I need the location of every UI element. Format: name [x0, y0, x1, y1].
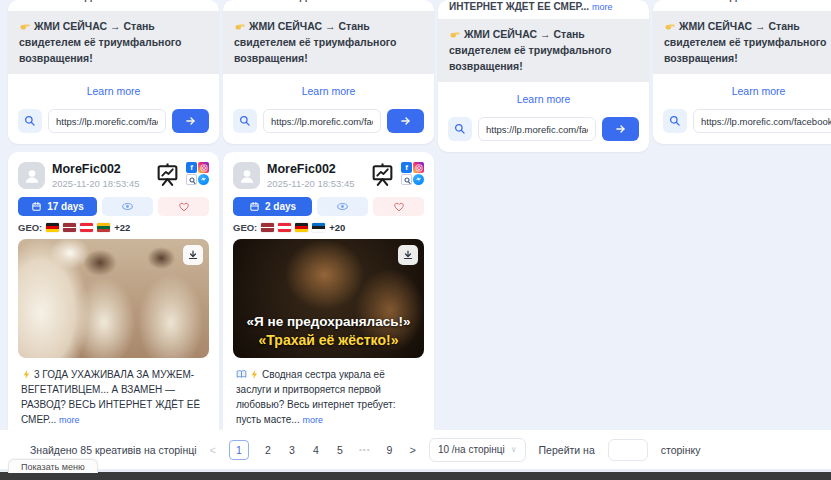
open-url-button[interactable]	[602, 117, 639, 141]
pagination-bar: Знайдено 85 креативів на сторінці < 1234…	[0, 430, 831, 469]
search-button[interactable]	[448, 117, 472, 141]
highlight-text: ЖМИ СЕЙЧАС → Стань свидетелем её триумфа…	[8, 11, 219, 74]
card-header: MoreFic002 2025-11-20 18:53:45 f	[8, 152, 219, 194]
clipped-body-text: ИНТЕРНЕТ ЖДЁТ ЕЁ СМЕР...	[8, 0, 219, 11]
page-size-select[interactable]: 10 /на сторінці∨	[429, 438, 526, 462]
image-download-button[interactable]	[183, 245, 203, 265]
learn-more-link[interactable]: Learn more	[223, 74, 434, 109]
creative-image[interactable]	[18, 239, 209, 358]
landing-url-input[interactable]	[478, 117, 596, 141]
person-icon	[237, 166, 257, 186]
arrow-right-icon	[614, 122, 628, 136]
creative-card-partial: ИНТЕРНЕТ ЖДЁТ ЕЁ СМЕР... more ЖМИ СЕЙЧАС…	[438, 0, 649, 152]
creative-timestamp: 2025-11-20 18:53:45	[267, 178, 370, 189]
page-button-3[interactable]: 3	[287, 444, 297, 456]
column-4: ИНТЕРНЕТ ЖДЁТ ЕЁ СМЕР... ЖМИ СЕЙЧАС → Ст…	[653, 0, 831, 480]
page-numbers: 12345•••9	[229, 440, 394, 460]
creative-body-text: ИНТЕРНЕТ ЖДЁТ ЕЁ СМЕР... more	[438, 1, 649, 19]
landing-url-input[interactable]	[693, 109, 831, 133]
more-link[interactable]: more	[302, 415, 323, 425]
page-button-9[interactable]: 9	[384, 444, 394, 456]
url-row	[438, 117, 649, 152]
facebook-icon: f	[186, 162, 197, 173]
heart-icon	[178, 201, 190, 213]
audience-network-icon	[186, 174, 197, 185]
flag-latvia-icon	[261, 223, 274, 232]
profile-name: MoreFic002	[52, 162, 155, 176]
eye-icon	[121, 200, 134, 213]
creative-card-partial: ИНТЕРНЕТ ЖДЁТ ЕЁ СМЕР... ЖМИ СЕЙЧАС → Ст…	[223, 0, 434, 144]
geo-more-count[interactable]: +22	[114, 222, 130, 233]
show-menu-button[interactable]: Показать меню	[8, 459, 98, 473]
lightning-icon	[249, 369, 260, 380]
geo-label: GEO:	[18, 222, 42, 233]
clipped-body-text: ИНТЕРНЕТ ЖДЁТ ЕЁ СМЕР...	[223, 0, 434, 11]
url-row	[223, 109, 434, 144]
page-button-1[interactable]: 1	[229, 440, 249, 460]
avatar	[233, 162, 260, 189]
landing-url-input[interactable]	[263, 109, 381, 133]
learn-more-link[interactable]: Learn more	[653, 74, 831, 109]
geo-flags	[46, 223, 110, 232]
days-active-button[interactable]: 17 days	[18, 197, 97, 216]
more-link[interactable]: more	[592, 2, 613, 12]
instagram-icon	[198, 162, 209, 173]
open-url-button[interactable]	[387, 109, 424, 133]
pointing-finger-icon	[19, 20, 31, 32]
flag-austria-icon	[80, 223, 93, 232]
eye-icon	[336, 200, 349, 213]
heart-icon	[393, 201, 405, 213]
search-button[interactable]	[663, 109, 687, 133]
instagram-icon	[413, 162, 424, 173]
creatives-grid: ИНТЕРНЕТ ЖДЁТ ЕЁ СМЕР... ЖМИ СЕЙЧАС → Ст…	[8, 0, 831, 480]
presentation-screen-icon[interactable]	[155, 162, 180, 187]
url-row	[8, 109, 219, 144]
next-page-button[interactable]: >	[409, 444, 415, 456]
prev-page-button[interactable]: <	[210, 444, 216, 456]
views-button[interactable]	[102, 197, 153, 216]
pointing-finger-icon	[664, 20, 676, 32]
search-button[interactable]	[18, 109, 42, 133]
learn-more-link[interactable]: Learn more	[438, 82, 649, 117]
page-button-4[interactable]: 4	[311, 444, 321, 456]
lightning-icon	[21, 369, 32, 380]
page-button-5[interactable]: 5	[335, 444, 345, 456]
favorite-button[interactable]	[373, 197, 424, 216]
flag-latvia-icon	[63, 223, 76, 232]
highlight-text: ЖМИ СЕЙЧАС → Стань свидетелем её триумфа…	[223, 11, 434, 74]
page-button-2[interactable]: 2	[263, 444, 273, 456]
flag-estonia-icon	[312, 223, 325, 232]
presentation-screen-icon[interactable]	[370, 162, 395, 187]
views-button[interactable]	[317, 197, 368, 216]
geo-label: GEO:	[233, 222, 257, 233]
highlight-text: ЖМИ СЕЙЧАС → Стань свидетелем её триумфа…	[653, 11, 831, 74]
landing-url-input[interactable]	[48, 109, 166, 133]
search-icon	[238, 114, 252, 128]
url-row	[653, 109, 831, 144]
column-2: ИНТЕРНЕТ ЖДЁТ ЕЁ СМЕР... ЖМИ СЕЙЧАС → Ст…	[223, 0, 434, 480]
results-count-text: Знайдено 85 креативів на сторінці	[30, 444, 197, 456]
creative-body-text: Сводная сестра украла её заслуги и притв…	[223, 358, 434, 432]
search-icon	[23, 114, 37, 128]
goto-page-input[interactable]	[608, 439, 648, 461]
page-ellipsis: •••	[359, 445, 370, 454]
image-overlay-line2: «Трахай её жёстко!»	[233, 331, 424, 350]
days-active-button[interactable]: 2 days	[233, 197, 312, 216]
creative-card-partial: ИНТЕРНЕТ ЖДЁТ ЕЁ СМЕР... ЖМИ СЕЙЧАС → Ст…	[653, 0, 831, 144]
open-url-button[interactable]	[172, 109, 209, 133]
geo-flags	[261, 223, 325, 232]
creative-image[interactable]: «Я не предохранялась!» «Трахай её жёстко…	[233, 239, 424, 358]
image-download-button[interactable]	[398, 245, 418, 265]
search-button[interactable]	[233, 109, 257, 133]
geo-row: GEO: +20	[223, 216, 434, 237]
download-icon	[402, 249, 414, 261]
more-link[interactable]: more	[59, 415, 80, 425]
favorite-button[interactable]	[158, 197, 209, 216]
learn-more-link[interactable]: Learn more	[8, 74, 219, 109]
facebook-icon: f	[401, 162, 412, 173]
geo-more-count[interactable]: +20	[329, 222, 345, 233]
avatar	[18, 162, 45, 189]
chevron-down-icon: ∨	[511, 445, 517, 454]
image-overlay-line1: «Я не предохранялась!»	[233, 313, 424, 331]
arrow-right-icon	[399, 114, 413, 128]
